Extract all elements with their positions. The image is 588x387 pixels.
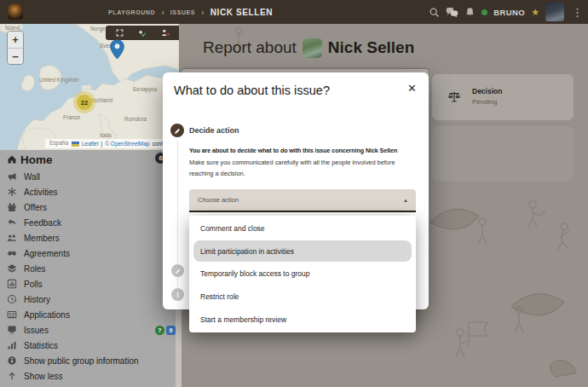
nav-item-label: Statistics [24, 341, 58, 350]
gift-icon [7, 202, 17, 212]
nav-item-label: Home [20, 153, 53, 166]
menu-option-label: Comment and close [200, 224, 265, 233]
decision-card-status: Pending [472, 98, 497, 106]
layers-icon [7, 263, 17, 274]
sidebar-item-show-less[interactable]: Show less [0, 368, 179, 384]
sidebar-item-issues[interactable]: Issues ?9 [0, 322, 179, 338]
report-about-label: Report about [203, 38, 297, 57]
sidebar-item-history[interactable]: History [0, 292, 179, 307]
show-places-icon[interactable] [137, 28, 147, 38]
count-badge: 9 [166, 326, 176, 335]
osm-link[interactable]: © OpenStreetMap [105, 141, 149, 147]
attribution-separator: | [101, 141, 103, 147]
scales-icon [447, 90, 461, 107]
map-tiles [0, 24, 179, 150]
nav-item-label: Activities [24, 188, 57, 197]
karrot-app: PLAYGROUND › ISSUES › NICK SELLEN BRUNO … [0, 0, 588, 387]
decision-card-title: Decision [472, 87, 502, 95]
sidebar-item-show-public-group-information[interactable]: Show public group information [0, 353, 179, 368]
choose-action-select[interactable]: Choose action ▲ [189, 189, 416, 212]
info-icon [7, 355, 17, 366]
sidebar-item-home[interactable]: Home [0, 150, 179, 169]
sidebar-item-polls[interactable]: Polls [0, 276, 179, 292]
menu-option-limit-participation-in-activities[interactable]: Limit participation in activities [193, 240, 412, 262]
group-map[interactable]: Ísland Norge Sverige United Kingdom Бела… [0, 24, 179, 150]
step-label: Decide action [189, 126, 239, 135]
chevron-right-icon: › [161, 8, 164, 17]
fullscreen-icon[interactable] [116, 29, 124, 37]
dialog-lead-text: You are about to decide what to do with … [189, 147, 397, 154]
clock-icon [7, 294, 17, 304]
trust-star-icon: ★ [531, 8, 539, 17]
arrow-up-icon [7, 371, 17, 381]
subject-avatar[interactable] [303, 38, 322, 58]
zoom-in-button[interactable]: + [8, 32, 23, 48]
page-title: Report about Nick Sellen [203, 36, 414, 60]
bar-chart-icon [7, 340, 17, 350]
nav-item-label: Offers [24, 203, 47, 212]
nav-item-label: Applications [24, 310, 70, 320]
menu-option-temporarily-block-access-to-group[interactable]: Temporarily block access to group [193, 263, 412, 285]
select-label: Choose action [198, 196, 239, 204]
breadcrumb-playground[interactable]: PLAYGROUND [108, 9, 155, 15]
map-zoom-control: + − [7, 31, 24, 65]
sidebar-item-applications[interactable]: Applications [0, 307, 179, 322]
bell-icon[interactable] [464, 7, 476, 18]
header-actions: BRUNO ★ ⋮ [429, 0, 586, 24]
nav-item-label: Wall [24, 172, 40, 182]
sidebar-item-feedback[interactable]: Feedback [0, 215, 179, 230]
online-status-dot [481, 9, 487, 15]
menu-option-label: Limit participation in activities [200, 247, 294, 256]
breadcrumb-issues[interactable]: ISSUES [170, 9, 195, 15]
sidebar-item-offers[interactable]: Offers [0, 199, 179, 215]
sidebar-item-statistics[interactable]: Statistics [0, 338, 179, 353]
leaflet-link[interactable]: Leaflet [82, 141, 99, 147]
nav-item-label: Show less [24, 372, 63, 381]
map-pin-icon[interactable] [110, 39, 124, 63]
map-toolbar [106, 26, 179, 40]
nav-item-label: History [24, 295, 50, 304]
marker-cluster[interactable]: 22 [73, 91, 95, 113]
asterisk-icon [7, 187, 17, 197]
top-bar: PLAYGROUND › ISSUES › NICK SELLEN BRUNO … [0, 0, 588, 24]
poll-icon [7, 279, 17, 289]
sidebar-item-agreements[interactable]: Agreements [0, 245, 179, 261]
megaphone-icon [7, 171, 17, 182]
menu-option-label: Restrict role [200, 292, 239, 301]
home-icon [7, 154, 17, 165]
cluster-count: 22 [77, 95, 92, 110]
overflow-menu-icon[interactable]: ⋮ [570, 7, 585, 18]
menu-option-comment-and-close[interactable]: Comment and close [193, 218, 412, 240]
chat-icon[interactable] [446, 7, 458, 18]
zoom-out-button[interactable]: − [8, 48, 23, 64]
group-logo[interactable] [8, 4, 23, 20]
step-decide-icon [170, 124, 184, 137]
report-icon [7, 325, 17, 335]
sidebar-item-activities[interactable]: Activities [0, 184, 179, 199]
menu-option-label: Temporarily block access to group [200, 269, 310, 278]
id-card-icon [7, 309, 17, 320]
close-icon[interactable]: ✕ [406, 80, 418, 96]
secondary-card [432, 126, 574, 181]
handshake-icon [7, 248, 17, 258]
breadcrumb: PLAYGROUND › ISSUES › NICK SELLEN [108, 0, 273, 24]
attribution-suffix: cont [153, 141, 163, 147]
sidebar-item-wall[interactable]: Wall [0, 169, 179, 184]
menu-option-start-a-membership-review[interactable]: Start a membership review [193, 309, 412, 330]
search-icon[interactable] [429, 7, 440, 18]
sidebar-nav: Home Wall Activities Offers [0, 150, 179, 384]
nav-item-label: Issues [24, 326, 49, 335]
decision-card[interactable]: Decision Pending [432, 74, 574, 120]
user-name[interactable]: BRUNO [493, 8, 525, 17]
pencil-icon [175, 268, 182, 274]
user-avatar[interactable] [545, 3, 564, 21]
subject-name[interactable]: Nick Sellen [328, 38, 414, 57]
menu-option-restrict-role[interactable]: Restrict role [193, 286, 412, 308]
sidebar-item-roles[interactable]: Roles [0, 261, 179, 276]
sidebar-item-members[interactable]: Members [0, 230, 179, 245]
nav-item-label: Show public group information [24, 356, 139, 366]
pencil-icon [174, 127, 182, 135]
hide-users-icon[interactable] [161, 28, 170, 38]
action-options-menu: Comment and close Limit participation in… [189, 216, 416, 332]
breadcrumb-nick-sellen[interactable]: NICK SELLEN [210, 8, 273, 17]
